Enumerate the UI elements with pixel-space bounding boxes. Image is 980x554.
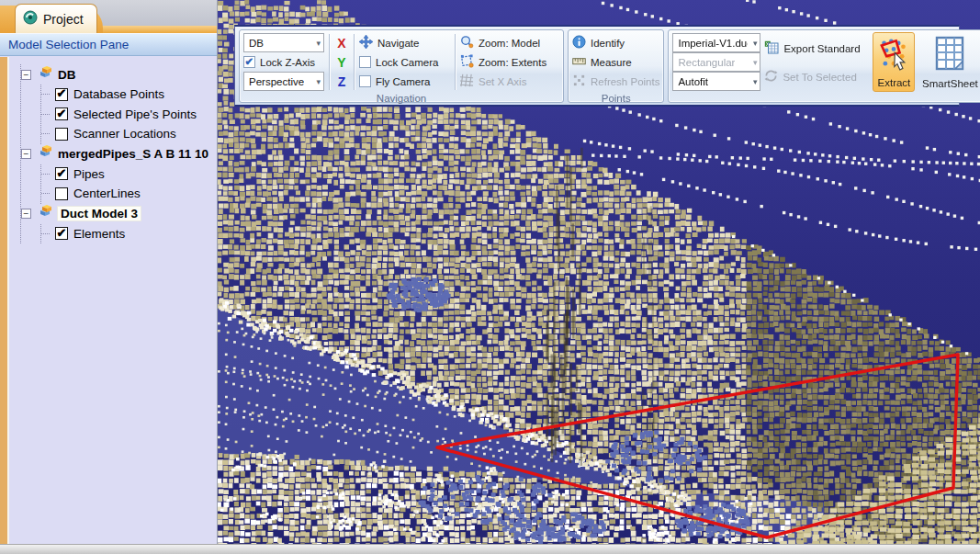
lock-camera-checkbox[interactable] — [359, 56, 371, 68]
edgewise-window: Project Model Selection Pane − DB — [0, 0, 980, 554]
pane-header: Model Selection Pane — [0, 33, 217, 56]
export-standard-button[interactable]: X Export Standard — [764, 39, 869, 58]
projection-select[interactable]: Perspective ▾ — [243, 72, 324, 91]
tree-item-scanner-locations: Scanner Locations — [41, 124, 217, 144]
model-selection-panel: Project Model Selection Pane − DB — [0, 0, 218, 554]
extract-points-icon — [878, 37, 909, 75]
collapse-icon[interactable]: − — [21, 149, 31, 159]
ruler-icon — [572, 54, 586, 70]
standard-select[interactable]: Imperial-V1.duct ▾ — [672, 33, 760, 52]
axis-z-button[interactable]: Z — [334, 72, 349, 91]
tree-group-mergedpipes: − mergedPipes_S A B 11 10 Pipes — [21, 144, 217, 204]
sync-arrows-icon — [764, 69, 778, 85]
db-model-select[interactable]: DB ▾ — [243, 33, 324, 52]
chevron-down-icon: ▾ — [750, 39, 758, 48]
panel-tab-bar: Project — [0, 0, 217, 33]
collapse-icon[interactable]: − — [21, 209, 31, 219]
zoom-model-button[interactable]: Zoom: Model — [460, 33, 559, 52]
tab-project[interactable]: Project — [15, 4, 97, 33]
group-navigation: DB ▾ Lock Z-Axis Perspective ▾ — [239, 29, 564, 103]
chevron-down-icon: ▾ — [313, 77, 321, 86]
tree-group-label-selected[interactable]: Duct Model 3 — [58, 207, 141, 220]
group-label-points: Points — [570, 92, 661, 105]
edgewise-logo-icon — [23, 10, 38, 28]
zoom-model-icon — [460, 35, 474, 51]
checkbox-selected-pipes-points[interactable] — [55, 107, 68, 120]
chevron-down-icon: ▾ — [313, 39, 321, 48]
tree-item-selected-pipes-points: Selected Pipe's Points — [41, 105, 217, 125]
group-points: Identify Measure Refresh P — [568, 29, 664, 103]
ribbon-toolbar: DB ▾ Lock Z-Axis Perspective ▾ — [234, 25, 960, 107]
axis-x-button[interactable]: X — [334, 33, 349, 52]
model-tree: − DB Database Points — [0, 57, 217, 544]
refresh-points-icon — [572, 73, 586, 89]
tree-group-label[interactable]: mergedPipes_S A B 11 10 — [58, 147, 208, 161]
group-label-extract — [670, 92, 980, 102]
tab-project-label: Project — [43, 12, 84, 27]
checkbox-scanner-locations[interactable] — [55, 128, 68, 141]
navigate-move-icon — [359, 35, 373, 51]
checkbox-pipes[interactable] — [55, 167, 68, 180]
extract-button[interactable]: Extract — [873, 32, 915, 92]
fly-camera-checkbox-row[interactable]: Fly Camera — [359, 72, 450, 91]
model-cubes-icon — [36, 144, 53, 164]
smartsheet-table-icon — [933, 36, 966, 74]
refresh-points-button: Refresh Points — [572, 72, 659, 91]
collapse-icon[interactable]: − — [21, 70, 31, 80]
model-cubes-icon — [36, 204, 53, 223]
tree-item-elements: Elements — [41, 224, 217, 244]
identify-info-icon — [572, 35, 586, 51]
group-extract: Imperial-V1.duct ▾ Rectangular ▾ Autofit… — [668, 29, 980, 103]
axis-y-button[interactable]: Y — [334, 52, 349, 72]
zoom-extents-button[interactable]: Zoom: Extents — [460, 52, 559, 72]
navigate-button[interactable]: Navigate — [359, 33, 450, 52]
export-spreadsheet-icon: X — [764, 40, 779, 56]
set-to-selected-button: Set To Selected — [764, 67, 869, 86]
shape-select: Rectangular ▾ — [672, 52, 760, 72]
tree-group-label[interactable]: DB — [58, 68, 76, 82]
tree-group-duct-model-3: − Duct Model 3 Elements — [21, 204, 217, 244]
identify-button[interactable]: Identify — [572, 33, 659, 52]
measure-button[interactable]: Measure — [572, 52, 659, 72]
model-cubes-icon — [36, 65, 53, 85]
window-bottom-strip — [0, 544, 980, 554]
lock-z-axis-checkbox-row[interactable]: Lock Z-Axis — [243, 52, 324, 72]
tree-item-centerlines: CenterLines — [41, 184, 217, 204]
chevron-down-icon: ▾ — [750, 77, 758, 86]
tree-root: − DB Database Points — [20, 64, 217, 243]
lock-z-axis-checkbox[interactable] — [243, 56, 255, 68]
lock-camera-checkbox-row[interactable]: Lock Camera — [359, 52, 450, 72]
smartsheet-button[interactable]: SmartSheet — [917, 32, 980, 92]
checkbox-centerlines[interactable] — [55, 187, 68, 200]
tree-group-db: − DB Database Points — [21, 64, 217, 144]
tree-item-database-points: Database Points — [41, 85, 217, 105]
point-cloud-viewport: DB ▾ Lock Z-Axis Perspective ▾ — [218, 0, 980, 554]
zoom-extents-icon — [460, 54, 474, 70]
checkbox-elements[interactable] — [55, 227, 68, 240]
set-x-axis-button: Set X Axis — [460, 72, 559, 91]
grid-axis-icon — [460, 73, 474, 89]
fly-camera-checkbox[interactable] — [359, 75, 371, 87]
chevron-down-icon: ▾ — [750, 58, 758, 67]
fit-select[interactable]: Autofit ▾ — [672, 72, 760, 91]
checkbox-database-points[interactable] — [55, 88, 68, 101]
tree-item-pipes: Pipes — [41, 164, 217, 185]
group-label-navigation: Navigation — [242, 92, 561, 105]
